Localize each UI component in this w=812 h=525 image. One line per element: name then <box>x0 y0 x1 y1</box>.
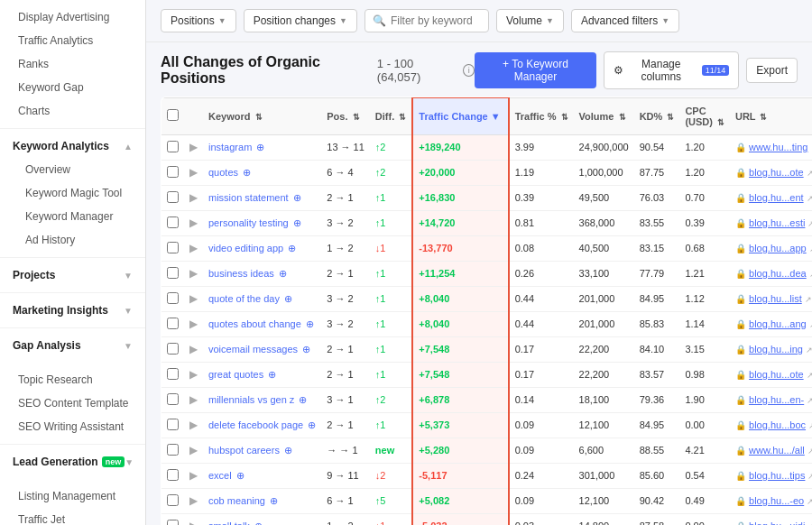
external-link-icon[interactable]: ↗ <box>807 194 812 203</box>
sidebar-item-ad-history[interactable]: Ad History <box>0 228 145 252</box>
row-checkbox[interactable] <box>167 368 179 380</box>
row-expand-cell[interactable]: ▶ <box>184 513 203 525</box>
add-keyword-icon[interactable]: ⊕ <box>293 192 301 203</box>
row-expand-cell[interactable]: ▶ <box>184 387 203 412</box>
keyword-link[interactable]: instagram <box>208 142 252 152</box>
sidebar-item-keyword-manager[interactable]: Keyword Manager <box>0 205 145 228</box>
diff-header[interactable]: Diff. ⇅ <box>370 97 412 134</box>
row-checkbox-cell[interactable] <box>161 513 185 525</box>
info-icon[interactable]: i <box>463 64 475 77</box>
row-checkbox[interactable] <box>167 494 179 506</box>
row-checkbox-cell[interactable] <box>161 438 185 463</box>
external-link-icon[interactable]: ↗ <box>807 396 812 405</box>
row-checkbox[interactable] <box>167 191 179 203</box>
row-checkbox-cell[interactable] <box>161 412 185 438</box>
url-header[interactable]: URL ⇅ <box>730 97 812 134</box>
row-expand-cell[interactable]: ▶ <box>184 185 203 210</box>
external-link-icon[interactable]: ↗ <box>807 472 812 481</box>
expand-icon[interactable]: ▶ <box>189 419 198 431</box>
row-checkbox[interactable] <box>167 343 179 355</box>
url-link[interactable]: blog.hu...list <box>749 293 802 304</box>
to-keyword-manager-button[interactable]: + To Keyword Manager <box>475 52 595 88</box>
row-expand-cell[interactable]: ▶ <box>184 286 203 311</box>
expand-icon[interactable]: ▶ <box>189 520 198 525</box>
expand-icon[interactable]: ▶ <box>189 191 198 204</box>
add-keyword-icon[interactable]: ⊕ <box>293 217 301 228</box>
keyword-link[interactable]: quotes <box>208 167 238 178</box>
row-expand-cell[interactable]: ▶ <box>184 336 203 362</box>
row-checkbox-cell[interactable] <box>161 261 185 286</box>
expand-icon[interactable]: ▶ <box>189 267 198 280</box>
add-keyword-icon[interactable]: ⊕ <box>236 470 245 481</box>
expand-icon[interactable]: ▶ <box>189 216 198 229</box>
traffic-change-header[interactable]: Traffic Change ▼ <box>412 97 508 134</box>
expand-icon[interactable]: ▶ <box>189 166 198 179</box>
row-checkbox[interactable] <box>167 318 179 329</box>
expand-icon[interactable]: ▶ <box>189 242 198 254</box>
keyword-link[interactable]: mission statement <box>208 192 289 203</box>
sidebar-item-ranks[interactable]: Ranks <box>0 52 145 76</box>
add-keyword-icon[interactable]: ⊕ <box>254 520 263 526</box>
row-expand-cell[interactable]: ▶ <box>184 261 203 286</box>
row-checkbox[interactable] <box>167 469 179 481</box>
keyword-search-filter[interactable]: 🔍 <box>364 9 489 32</box>
add-keyword-icon[interactable]: ⊕ <box>299 394 307 405</box>
add-keyword-icon[interactable]: ⊕ <box>308 419 316 430</box>
row-checkbox[interactable] <box>167 393 179 405</box>
row-checkbox-cell[interactable] <box>161 286 185 311</box>
row-checkbox[interactable] <box>167 267 179 279</box>
advanced-filters[interactable]: Advanced filters ▼ <box>571 9 679 32</box>
url-link[interactable]: blog.hu...uidi <box>749 520 805 525</box>
sidebar-item-gap-analysis[interactable]: Gap Analysis ▼ <box>0 334 145 357</box>
sidebar-item-lead-generation[interactable]: Lead Generation new ▼ <box>0 450 145 474</box>
row-expand-cell[interactable]: ▶ <box>184 235 203 261</box>
keyword-search-input[interactable] <box>391 14 481 27</box>
add-keyword-icon[interactable]: ⊕ <box>279 268 287 279</box>
row-checkbox-cell[interactable] <box>161 488 185 513</box>
sidebar-item-charts[interactable]: Charts <box>0 99 145 123</box>
select-all-header[interactable] <box>161 97 185 134</box>
sidebar-item-listing-management[interactable]: Listing Management <box>0 484 145 508</box>
expand-icon[interactable]: ▶ <box>189 141 198 153</box>
row-checkbox[interactable] <box>167 216 179 228</box>
keyword-link[interactable]: cob meaning <box>208 495 265 506</box>
cpc-header[interactable]: CPC(USD) ⇅ <box>679 97 730 134</box>
row-expand-cell[interactable]: ▶ <box>184 488 203 513</box>
position-changes-filter[interactable]: Position changes ▼ <box>244 9 357 32</box>
url-link[interactable]: blog.hu...ote <box>749 369 804 380</box>
add-keyword-icon[interactable]: ⊕ <box>284 293 292 304</box>
keyword-header[interactable]: Keyword ⇅ <box>203 97 321 134</box>
external-link-icon[interactable]: ↗ <box>807 497 812 506</box>
row-checkbox-cell[interactable] <box>161 336 185 362</box>
row-expand-cell[interactable]: ▶ <box>184 412 203 438</box>
url-link[interactable]: blog.hu...ent <box>749 192 804 203</box>
expand-icon[interactable]: ▶ <box>189 469 198 482</box>
external-link-icon[interactable]: ↗ <box>807 219 812 228</box>
expand-icon[interactable]: ▶ <box>189 318 198 330</box>
external-link-icon[interactable]: ↗ <box>807 169 812 178</box>
keyword-link[interactable]: millennials vs gen z <box>208 394 294 405</box>
kd-header[interactable]: KD% ⇅ <box>634 97 680 134</box>
sidebar-item-marketing-insights[interactable]: Marketing Insights ▼ <box>0 299 145 322</box>
url-link[interactable]: www.hu...ting <box>749 142 807 152</box>
row-checkbox[interactable] <box>167 292 179 304</box>
row-expand-cell[interactable]: ▶ <box>184 160 203 185</box>
row-expand-cell[interactable]: ▶ <box>184 210 203 235</box>
row-expand-cell[interactable]: ▶ <box>184 463 203 488</box>
external-link-icon[interactable]: ↗ <box>807 371 812 380</box>
sidebar-item-topic-research[interactable]: Topic Research <box>0 368 145 391</box>
row-checkbox-cell[interactable] <box>161 311 185 336</box>
positions-filter[interactable]: Positions ▼ <box>161 9 236 32</box>
keyword-link[interactable]: voicemail messages <box>208 344 298 355</box>
row-expand-cell[interactable]: ▶ <box>184 362 203 387</box>
export-button[interactable]: Export <box>746 58 798 83</box>
sidebar-item-seo-content-template[interactable]: SEO Content Template <box>0 391 145 415</box>
row-checkbox-cell[interactable] <box>161 210 185 235</box>
row-expand-cell[interactable]: ▶ <box>184 311 203 336</box>
sidebar-item-seo-writing-assistant[interactable]: SEO Writing Assistant <box>0 415 145 438</box>
url-link[interactable]: blog.hu...dea <box>749 268 807 279</box>
add-keyword-icon[interactable]: ⊕ <box>243 167 251 178</box>
expand-icon[interactable]: ▶ <box>189 368 198 381</box>
keyword-link[interactable]: quote of the day <box>208 293 280 304</box>
url-link[interactable]: blog.hu...ing <box>749 344 803 355</box>
